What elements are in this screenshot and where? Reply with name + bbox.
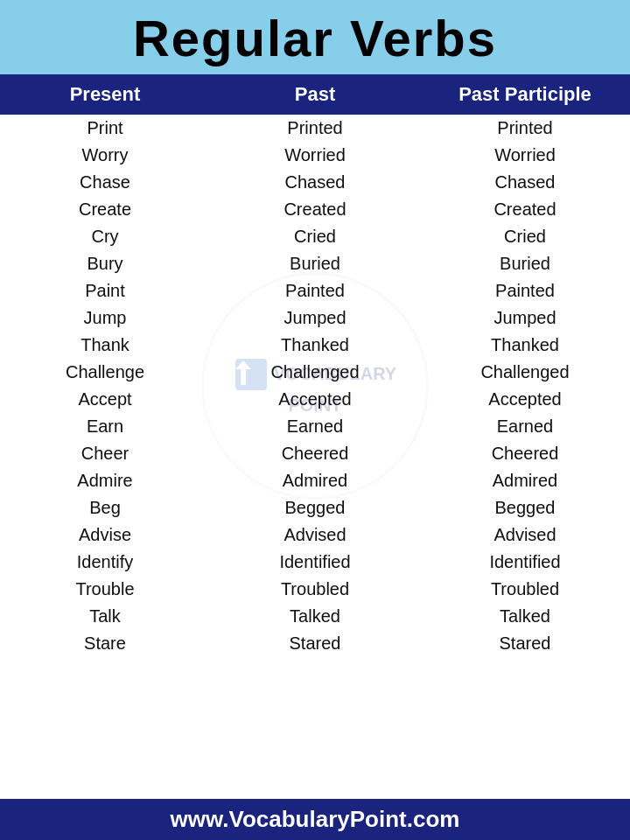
present-cell: Worry [0,142,210,169]
table-row: BegBeggedBegged [0,494,630,522]
past-cell: Chased [210,169,420,196]
table-row: ChaseChasedChased [0,169,630,196]
present-cell: Stare [0,630,210,657]
bottom-bar: www.VocabularyPoint.com [0,799,630,840]
past-cell: Admired [210,467,420,494]
past-cell: Cried [210,223,420,250]
present-cell: Paint [0,277,210,304]
present-cell: Print [0,115,210,142]
table-row: AcceptAcceptedAccepted [0,386,630,413]
table-row: CheerCheeredCheered [0,440,630,467]
past-cell: Earned [210,413,420,440]
present-cell: Accept [0,386,210,413]
past-participle-cell: Worried [420,142,630,169]
present-cell: Beg [0,494,210,522]
past-cell: Accepted [210,386,420,413]
past-participle-cell: Accepted [420,386,630,413]
past-cell: Jumped [210,304,420,332]
present-cell: Challenge [0,359,210,386]
footer-url: www.VocabularyPoint.com [0,806,630,833]
past-participle-cell: Stared [420,630,630,657]
present-cell: Talk [0,603,210,630]
table-row: JumpJumpedJumped [0,304,630,332]
past-participle-cell: Identified [420,549,630,576]
col-past-header: Past [210,83,420,106]
present-cell: Admire [0,467,210,494]
past-participle-cell: Thanked [420,332,630,359]
past-cell: Worried [210,142,420,169]
table-row: CryCriedCried [0,223,630,250]
table-row: PrintPrintedPrinted [0,115,630,142]
past-participle-cell: Troubled [420,576,630,603]
past-cell: Painted [210,277,420,304]
past-participle-cell: Buried [420,250,630,277]
page-title: Regular Verbs [0,9,630,67]
past-cell: Talked [210,603,420,630]
past-participle-cell: Admired [420,467,630,494]
table-row: TroubleTroubledTroubled [0,576,630,603]
past-cell: Challenged [210,359,420,386]
table-row: ThankThankedThanked [0,332,630,359]
table-row: ChallengeChallengedChallenged [0,359,630,386]
past-cell: Buried [210,250,420,277]
col-present-header: Present [0,83,210,106]
table-row: WorryWorriedWorried [0,142,630,169]
past-participle-cell: Challenged [420,359,630,386]
past-cell: Cheered [210,440,420,467]
past-participle-cell: Cried [420,223,630,250]
past-cell: Printed [210,115,420,142]
past-cell: Troubled [210,576,420,603]
table-row: AdviseAdvisedAdvised [0,522,630,549]
present-cell: Identify [0,549,210,576]
past-cell: Stared [210,630,420,657]
present-cell: Cheer [0,440,210,467]
past-participle-cell: Jumped [420,304,630,332]
table-row: IdentifyIdentifiedIdentified [0,549,630,576]
table-header: Present Past Past Participle [0,74,630,115]
past-participle-cell: Painted [420,277,630,304]
present-cell: Earn [0,413,210,440]
table-container: VOCABULARY POINT PrintPrintedPrintedWorr… [0,115,630,657]
present-cell: Jump [0,304,210,332]
present-cell: Cry [0,223,210,250]
present-cell: Trouble [0,576,210,603]
table-row: PaintPaintedPainted [0,277,630,304]
present-cell: Chase [0,169,210,196]
table-row: AdmireAdmiredAdmired [0,467,630,494]
table-row: CreateCreatedCreated [0,196,630,223]
top-bar: Regular Verbs [0,0,630,74]
past-participle-cell: Begged [420,494,630,522]
present-cell: Bury [0,250,210,277]
past-participle-cell: Talked [420,603,630,630]
past-participle-cell: Cheered [420,440,630,467]
past-cell: Identified [210,549,420,576]
past-cell: Advised [210,522,420,549]
table-row: TalkTalkedTalked [0,603,630,630]
past-participle-cell: Earned [420,413,630,440]
table-row: StareStaredStared [0,630,630,657]
past-participle-cell: Created [420,196,630,223]
past-participle-cell: Printed [420,115,630,142]
past-participle-cell: Advised [420,522,630,549]
table-row: EarnEarnedEarned [0,413,630,440]
present-cell: Advise [0,522,210,549]
past-cell: Created [210,196,420,223]
col-past-participle-header: Past Participle [420,83,630,106]
table-row: BuryBuriedBuried [0,250,630,277]
past-cell: Begged [210,494,420,522]
present-cell: Create [0,196,210,223]
present-cell: Thank [0,332,210,359]
past-participle-cell: Chased [420,169,630,196]
past-cell: Thanked [210,332,420,359]
